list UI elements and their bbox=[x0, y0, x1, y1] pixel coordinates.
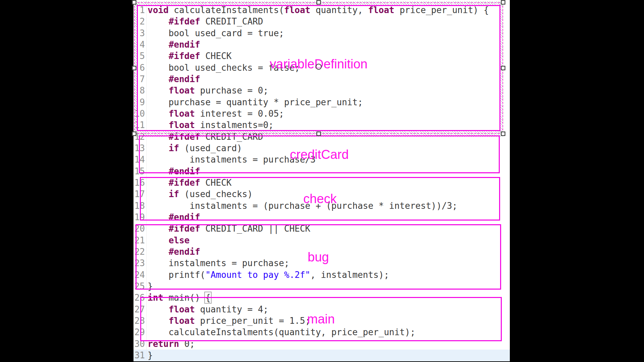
selection-handle[interactable] bbox=[501, 132, 505, 136]
selection-handle[interactable] bbox=[317, 132, 321, 136]
code-text: } bbox=[148, 350, 153, 361]
selection-handle[interactable] bbox=[501, 66, 505, 70]
annotation-box-creditCard[interactable]: creditCard bbox=[139, 135, 500, 173]
annotation-label: creditCard bbox=[290, 147, 348, 162]
rotation-pivot[interactable] bbox=[316, 64, 322, 70]
annotation-box-bug[interactable]: bug bbox=[136, 224, 501, 290]
selection-handle[interactable] bbox=[317, 0, 321, 5]
code-editor-image: 1void calculateInstalments(float quantit… bbox=[133, 0, 510, 361]
selection-handle[interactable] bbox=[501, 0, 505, 5]
annotation-box-main[interactable]: main bbox=[140, 297, 502, 341]
selection-handle[interactable] bbox=[132, 132, 137, 136]
annotation-label: bug bbox=[308, 250, 329, 264]
screen: 1void calculateInstalments(float quantit… bbox=[0, 0, 644, 362]
annotation-label: main bbox=[307, 312, 335, 326]
selection-handle[interactable] bbox=[132, 66, 137, 70]
line-number: 31 bbox=[133, 350, 148, 361]
selection-handle[interactable] bbox=[132, 0, 137, 5]
code-line: 31} bbox=[133, 350, 510, 361]
annotation-label: check bbox=[303, 192, 336, 206]
annotation-box-check[interactable]: check bbox=[140, 177, 500, 221]
